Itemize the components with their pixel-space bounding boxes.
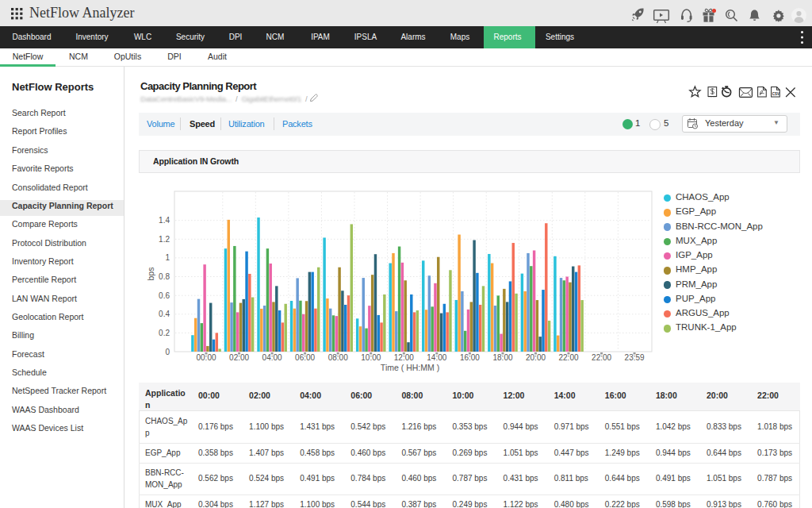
svg-text:1.4: 1.4	[159, 216, 170, 225]
svg-text:20:00: 20:00	[526, 353, 546, 362]
svg-text:0.4: 0.4	[159, 310, 170, 318]
svg-text:23:59: 23:59	[625, 353, 645, 362]
svg-text:Time ( HH:MM ): Time ( HH:MM )	[381, 363, 439, 372]
svg-text:18:00: 18:00	[492, 353, 512, 362]
svg-text:CSV: CSV	[772, 92, 779, 96]
svg-text:08:00: 08:00	[328, 353, 348, 362]
svg-text:16:00: 16:00	[460, 353, 480, 362]
svg-text:02:00: 02:00	[229, 353, 249, 362]
svg-text:0.8: 0.8	[159, 272, 170, 281]
svg-text:06:00: 06:00	[295, 353, 315, 362]
svg-text:10:00: 10:00	[361, 353, 381, 362]
svg-text:12:00: 12:00	[394, 353, 414, 362]
svg-text:22:00: 22:00	[558, 353, 578, 362]
svg-text:0.2: 0.2	[159, 329, 170, 337]
svg-text:14:00: 14:00	[427, 353, 446, 362]
svg-text:1.2: 1.2	[159, 235, 170, 244]
svg-text:0: 0	[165, 348, 170, 356]
svg-text:00:00: 00:00	[196, 353, 216, 362]
svg-text:1: 1	[165, 253, 170, 262]
svg-text:04:00: 04:00	[262, 353, 282, 362]
svg-text:0.6: 0.6	[159, 291, 170, 300]
svg-text:22:00: 22:00	[592, 353, 611, 362]
svg-text:bps: bps	[146, 267, 155, 281]
